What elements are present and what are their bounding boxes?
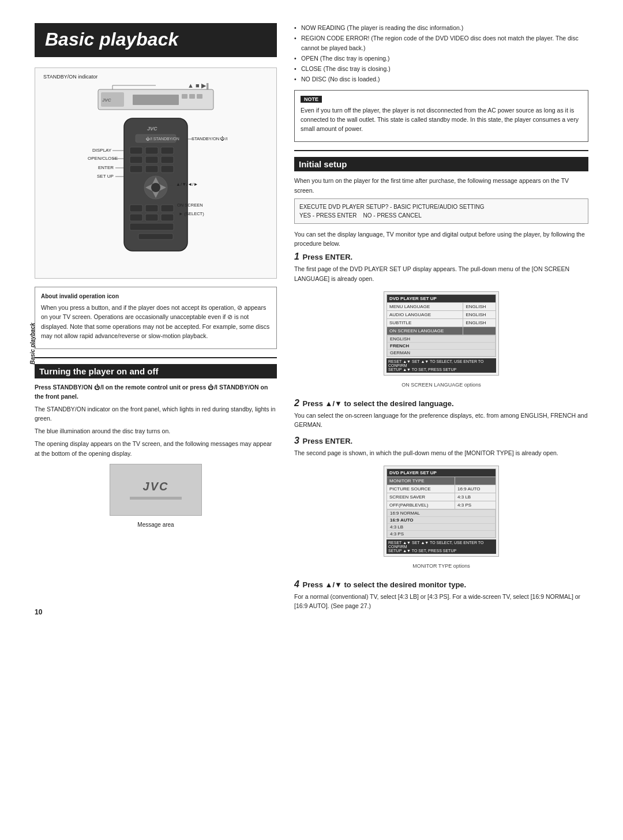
monitor-setup-screen: DVD PLAYER SET UP MONITOR TYPE PICTURE S… — [384, 466, 499, 557]
svg-rect-4 — [182, 94, 187, 99]
note-text: Even if you turn off the player, the pla… — [301, 106, 582, 134]
svg-rect-5 — [189, 94, 195, 99]
svg-rect-15 — [161, 147, 174, 154]
page-title-box: Basic playback — [35, 23, 277, 57]
step-2-label: Press ▲/▼ to select the desired language… — [303, 399, 454, 408]
svg-text:ENTER: ENTER — [98, 165, 114, 170]
svg-point-27 — [151, 183, 160, 192]
svg-text:JVC: JVC — [102, 97, 111, 103]
bullet-no-disc: NO DISC (No disc is loaded.) — [294, 74, 588, 84]
turning-bold-para: Press STANDBY/ON ⏻/I on the remote contr… — [35, 383, 277, 402]
remote-diagram: STANDBY/ON indicator JVC — [35, 68, 277, 279]
standby-on-indicator-label: STANDBY/ON indicator — [43, 74, 97, 80]
page-title: Basic playback — [45, 29, 267, 50]
svg-text:DISPLAY: DISPLAY — [92, 148, 112, 153]
svg-rect-34 — [130, 223, 174, 230]
step-2: 2 Press ▲/▼ to select the desired langua… — [294, 398, 588, 430]
svg-rect-31 — [130, 214, 142, 221]
svg-text:ON SCREEN: ON SCREEN — [177, 202, 203, 208]
step-3-num: 3 — [294, 436, 299, 445]
language-setup-screen: DVD PLAYER SET UP MENU LANGUAGEENGLISH A… — [384, 291, 499, 376]
status-bullet-list: NOW READING (The player is reading the d… — [294, 23, 588, 84]
turning-section-header: Turning the player on and off — [35, 364, 277, 378]
step-3-title: 3 Press ENTER. — [294, 436, 588, 446]
svg-rect-30 — [161, 205, 174, 212]
svg-rect-29 — [145, 205, 158, 212]
step-1-label: Press ENTER. — [303, 253, 353, 261]
svg-rect-17 — [145, 156, 158, 163]
message-area-caption: Message area — [35, 522, 277, 528]
svg-text:▲ ■ ▶‖: ▲ ■ ▶‖ — [187, 82, 209, 89]
svg-rect-35 — [138, 234, 173, 239]
screen1-bottom-bar: RESET ▲▼ SET ▲▼ TO SELECT, USE ENTER TO … — [386, 358, 496, 373]
svg-text:SET UP: SET UP — [97, 174, 114, 179]
screen1-caption: ON SCREEN LANGUAGE options — [401, 382, 481, 388]
setup-intro2: You can set the display language, TV mon… — [294, 230, 588, 249]
svg-text:► (SELECT): ► (SELECT) — [179, 211, 204, 216]
svg-rect-21 — [161, 166, 174, 172]
svg-text:JVC: JVC — [147, 126, 157, 132]
bullet-now-reading: NOW READING (The player is reading the d… — [294, 23, 588, 32]
svg-rect-19 — [130, 166, 142, 172]
now-playing-bar — [130, 497, 182, 500]
step-1-num: 1 — [294, 252, 299, 261]
svg-rect-20 — [145, 166, 158, 172]
screen2-caption: MONITOR TYPE options — [412, 563, 470, 569]
svg-rect-14 — [145, 147, 158, 154]
note-label: NOTE — [301, 96, 322, 103]
step-4-num: 4 — [294, 579, 299, 589]
svg-text:▲/▼/◄/►: ▲/▼/◄/► — [176, 182, 198, 187]
invalid-icon-note: About invalid operation icon When you pr… — [35, 287, 277, 349]
svg-rect-16 — [130, 156, 142, 163]
svg-rect-28 — [130, 205, 142, 212]
message-area-image: JVC — [110, 464, 202, 516]
step-4: 4 Press ▲/▼ to select the desired monito… — [294, 579, 588, 611]
step-4-label: Press ▲/▼ to select the desired monitor … — [303, 580, 467, 589]
invalid-icon-title: About invalid operation icon — [41, 292, 271, 301]
step-1-title: 1 Press ENTER. — [294, 252, 588, 262]
svg-rect-33 — [161, 214, 174, 221]
step-3-label: Press ENTER. — [303, 437, 353, 445]
note-box: NOTE Even if you turn off the player, th… — [294, 90, 588, 142]
jvc-logo: JVC — [143, 480, 169, 493]
step-3: 3 Press ENTER. The second page is shown,… — [294, 436, 588, 573]
svg-rect-32 — [145, 214, 158, 221]
page-number: 10 — [35, 608, 42, 616]
svg-text:STANDBY/ON ⏻/I: STANDBY/ON ⏻/I — [192, 136, 227, 141]
turning-p2: The blue illumination around the disc tr… — [35, 426, 277, 436]
execute-box: EXECUTE DVD PLAYER SETUP? - BASIC PICTUR… — [294, 198, 588, 224]
svg-rect-6 — [197, 94, 202, 99]
bullet-open: OPEN (The disc tray is opening.) — [294, 54, 588, 63]
initial-setup-intro: When you turn on the player for the firs… — [294, 176, 588, 195]
turning-p3: The opening display appears on the TV sc… — [35, 439, 277, 458]
turning-divider — [35, 357, 277, 358]
bullet-region-error: REGION CODE ERROR! (The region code of t… — [294, 33, 588, 52]
svg-rect-3 — [133, 95, 179, 105]
screen2-bottom-bar: RESET ▲▼ SET ▲▼ TO SELECT, USE ENTER TO … — [386, 539, 496, 554]
svg-rect-18 — [161, 156, 174, 163]
step-2-num: 2 — [294, 398, 299, 408]
step-1: 1 Press ENTER. The first page of the DVD… — [294, 252, 588, 392]
svg-rect-13 — [130, 147, 142, 154]
initial-setup-divider — [294, 150, 588, 151]
svg-text:OPEN/CLOSE: OPEN/CLOSE — [88, 156, 118, 161]
svg-text:⏻/I STANDBY/ON: ⏻/I STANDBY/ON — [146, 137, 179, 141]
bullet-close: CLOSE (The disc tray is closing.) — [294, 64, 588, 73]
execute-box-text: EXECUTE DVD PLAYER SETUP? - BASIC PICTUR… — [299, 204, 484, 219]
step-4-title: 4 Press ▲/▼ to select the desired monito… — [294, 579, 588, 590]
step-3-text: The second page is shown, in which the p… — [294, 448, 588, 457]
step-4-text: For a normal (conventional) TV, select [… — [294, 592, 588, 611]
remote-control-svg: JVC JVC — [81, 75, 231, 271]
invalid-icon-text: When you press a button, and if the play… — [41, 303, 271, 340]
turning-p1: The STANDBY/ON indicator on the front pa… — [35, 404, 277, 423]
step-2-title: 2 Press ▲/▼ to select the desired langua… — [294, 398, 588, 408]
initial-setup-header: Initial setup — [294, 157, 588, 171]
step-1-text: The first page of the DVD PLAYER SET UP … — [294, 264, 588, 283]
step-2-text: You can select the on-screen language fo… — [294, 411, 588, 430]
